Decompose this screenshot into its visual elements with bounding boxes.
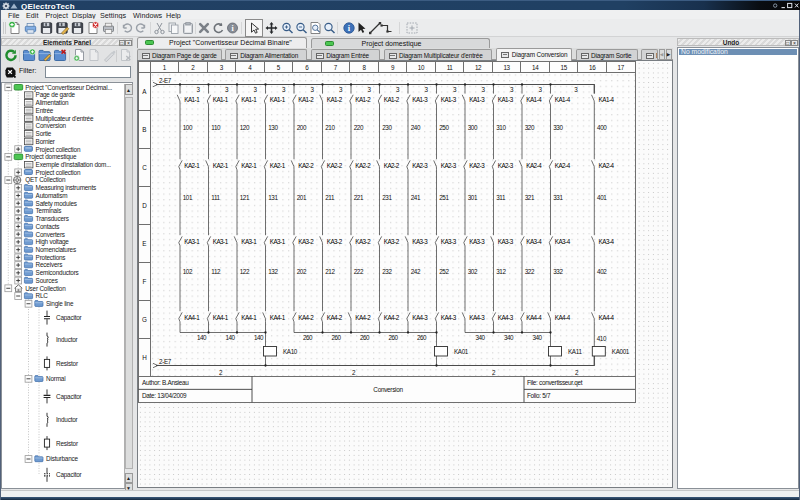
svg-text:G: G [142, 316, 147, 323]
svg-text:KA3-4: KA3-4 [555, 238, 571, 245]
svg-text:Normal: Normal [46, 375, 65, 382]
svg-text:Disturbance: Disturbance [46, 455, 79, 462]
svg-text:13: 13 [503, 64, 510, 71]
svg-text:KA1-1: KA1-1 [184, 96, 200, 103]
svg-text:KA3-2: KA3-2 [298, 238, 314, 245]
svg-text:2-E7: 2-E7 [159, 358, 172, 365]
svg-text:Single line: Single line [46, 300, 74, 308]
svg-text:100: 100 [183, 124, 193, 131]
svg-text:KA2-2: KA2-2 [355, 162, 371, 169]
svg-text:Resistor: Resistor [56, 440, 79, 447]
svg-text:KA1-2: KA1-2 [327, 96, 343, 103]
svg-text:402: 402 [597, 268, 607, 275]
svg-text:KA3-2: KA3-2 [384, 238, 400, 245]
svg-text:202: 202 [297, 268, 307, 275]
svg-text:KA4-1: KA4-1 [270, 314, 286, 321]
svg-text:Inductor: Inductor [56, 416, 79, 423]
svg-text:110: 110 [211, 124, 221, 131]
svg-text:KA3-3: KA3-3 [498, 238, 514, 245]
svg-text:340: 340 [476, 334, 486, 341]
svg-text:260: 260 [332, 334, 342, 341]
svg-text:Alimentation: Alimentation [36, 99, 69, 106]
svg-text:KA4-2: KA4-2 [327, 314, 343, 321]
svg-text:200: 200 [297, 124, 307, 131]
svg-text:KA4-3: KA4-3 [441, 314, 457, 321]
svg-text:KA1-2: KA1-2 [298, 96, 314, 103]
svg-text:320: 320 [525, 124, 535, 131]
svg-text:301: 301 [468, 194, 478, 201]
svg-text:KA2-4: KA2-4 [599, 162, 615, 169]
svg-text:KA4-3: KA4-3 [469, 314, 485, 321]
svg-text:KA1-2: KA1-2 [355, 96, 371, 103]
svg-text:KA4-1: KA4-1 [213, 314, 229, 321]
svg-text:240: 240 [411, 124, 421, 131]
svg-text:10: 10 [418, 64, 425, 71]
svg-text:F: F [143, 278, 147, 285]
svg-text:300: 300 [468, 124, 478, 131]
svg-text:KA2-3: KA2-3 [441, 162, 457, 169]
svg-text:KA3-2: KA3-2 [327, 238, 343, 245]
svg-text:330: 330 [553, 124, 563, 131]
svg-text:130: 130 [268, 124, 278, 131]
svg-text:Inductor: Inductor [56, 336, 79, 343]
svg-text:260: 260 [360, 334, 370, 341]
svg-text:KA001: KA001 [612, 348, 630, 355]
svg-text:KA2-2: KA2-2 [384, 162, 400, 169]
svg-text:KA3-3: KA3-3 [412, 238, 428, 245]
svg-text:Transducers: Transducers [36, 215, 69, 222]
svg-text:KA2-2: KA2-2 [298, 162, 314, 169]
svg-text:220: 220 [354, 124, 364, 131]
svg-text:Automatism: Automatism [36, 192, 68, 199]
svg-text:122: 122 [240, 268, 250, 275]
svg-text:KA3-1: KA3-1 [241, 238, 257, 245]
svg-text:321: 321 [525, 194, 535, 201]
svg-text:KA1-4: KA1-4 [599, 96, 615, 103]
svg-text:401: 401 [597, 194, 607, 201]
svg-text:RLC: RLC [36, 292, 49, 299]
svg-text:312: 312 [496, 268, 506, 275]
svg-text:Date: 13/04/2009: Date: 13/04/2009 [142, 392, 187, 399]
svg-text:340: 340 [504, 334, 514, 341]
svg-text:331: 331 [553, 194, 563, 201]
svg-text:Sources: Sources [36, 277, 58, 284]
svg-text:Capacitor: Capacitor [56, 393, 83, 401]
svg-text:KA3-4: KA3-4 [526, 238, 542, 245]
svg-text:400: 400 [597, 124, 607, 131]
svg-text:231: 231 [382, 194, 392, 201]
svg-text:260: 260 [417, 334, 427, 341]
svg-text:140: 140 [254, 334, 264, 341]
svg-text:12: 12 [475, 64, 482, 71]
svg-text:KA2-2: KA2-2 [327, 162, 343, 169]
svg-text:2-E7: 2-E7 [159, 77, 172, 84]
svg-text:15: 15 [561, 64, 568, 71]
svg-text:Protections: Protections [36, 254, 66, 261]
svg-text:Bornier: Bornier [36, 138, 56, 145]
svg-text:Entrée: Entrée [36, 107, 54, 114]
svg-text:KA1-3: KA1-3 [441, 96, 457, 103]
svg-text:260: 260 [303, 334, 313, 341]
svg-text:KA3-3: KA3-3 [469, 238, 485, 245]
svg-text:Folio: 5/7: Folio: 5/7 [527, 392, 551, 399]
svg-text:KA4-2: KA4-2 [384, 314, 400, 321]
svg-text:Conversion: Conversion [373, 386, 403, 393]
svg-text:210: 210 [325, 124, 335, 131]
svg-text:340: 340 [533, 334, 543, 341]
svg-text:140: 140 [226, 334, 236, 341]
svg-text:16: 16 [589, 64, 596, 71]
svg-text:KA3-4: KA3-4 [599, 238, 615, 245]
svg-text:KA3-3: KA3-3 [441, 238, 457, 245]
svg-text:KA1-4: KA1-4 [555, 96, 571, 103]
svg-text:Author: B.Ansieau: Author: B.Ansieau [142, 379, 189, 386]
svg-text:212: 212 [325, 268, 335, 275]
svg-text:230: 230 [382, 124, 392, 131]
svg-text:KA11: KA11 [568, 348, 582, 355]
svg-text:120: 120 [240, 124, 250, 131]
svg-text:132: 132 [268, 268, 278, 275]
svg-text:KA4-2: KA4-2 [355, 314, 371, 321]
svg-text:250: 250 [439, 124, 449, 131]
svg-text:KA4-4: KA4-4 [555, 314, 571, 321]
svg-text:121: 121 [240, 194, 250, 201]
svg-text:111: 111 [211, 194, 220, 201]
svg-text:KA2-1: KA2-1 [184, 162, 200, 169]
svg-text:322: 322 [525, 268, 535, 275]
